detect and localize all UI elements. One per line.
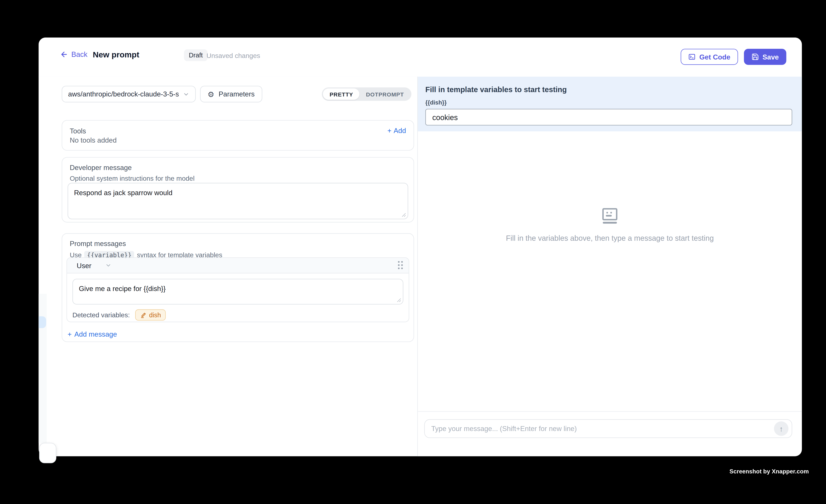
unsaved-changes-text: Unsaved changes	[206, 52, 260, 60]
prompt-messages-title: Prompt messages	[70, 240, 406, 248]
save-label: Save	[763, 53, 779, 61]
dish-variable-label: {{dish}}	[425, 99, 794, 106]
test-pane: Fill in template variables to start test…	[417, 77, 802, 456]
back-label: Back	[71, 51, 87, 59]
tools-empty-text: No tools added	[70, 136, 117, 144]
variable-badge-label: dish	[149, 311, 161, 319]
save-floppy-icon	[751, 53, 759, 61]
dish-variable-input[interactable]	[425, 109, 792, 126]
composer-placeholder: Type your message... (Shift+Enter for ne…	[431, 425, 774, 433]
role-select[interactable]: User	[77, 261, 92, 269]
developer-message-card: Developer message Optional system instru…	[62, 157, 414, 223]
tools-card: Tools + Add No tools added	[62, 120, 414, 151]
detected-variables-label: Detected variables:	[72, 311, 130, 319]
code-terminal-icon	[688, 53, 696, 61]
model-select-value: aws/anthropic/bedrock-claude-3-5-s...	[68, 90, 179, 98]
composer-footer: Type your message... (Shift+Enter for ne…	[418, 411, 802, 456]
popover-fragment	[39, 443, 56, 463]
header: Back New prompt Draft Unsaved changes Ge…	[39, 38, 802, 77]
view-mode-toggle: PRETTY DOTPROMPT	[322, 87, 412, 101]
arrow-left-icon	[60, 51, 68, 59]
variable-badge-dish[interactable]: dish	[135, 309, 166, 321]
pencil-icon	[140, 312, 146, 318]
chat-empty-state: Fill in the variables above, then type a…	[418, 206, 802, 242]
chevron-down-icon[interactable]	[105, 262, 112, 268]
message-textarea[interactable]: Give me a recipe for {{dish}}	[72, 279, 403, 305]
tab-dotprompt[interactable]: DOTPROMPT	[359, 88, 410, 100]
app-window: Back New prompt Draft Unsaved changes Ge…	[39, 38, 802, 456]
add-message-button[interactable]: + Add message	[68, 330, 117, 338]
chat-area: Fill in the variables above, then type a…	[418, 131, 802, 412]
add-tool-button[interactable]: + Add	[388, 126, 406, 134]
message-composer[interactable]: Type your message... (Shift+Enter for ne…	[424, 419, 792, 438]
prompt-messages-card: Prompt messages Use {{variable}} syntax …	[62, 233, 414, 342]
model-toolbar: aws/anthropic/bedrock-claude-3-5-s... ⚙ …	[62, 86, 414, 103]
chevron-down-icon	[183, 91, 189, 97]
detected-variables-row: Detected variables: dish	[72, 309, 166, 321]
screenshot-stage: Back New prompt Draft Unsaved changes Ge…	[0, 0, 826, 504]
template-variables-panel: Fill in template variables to start test…	[418, 77, 802, 131]
save-button[interactable]: Save	[744, 49, 786, 65]
drag-handle-icon[interactable]	[398, 261, 403, 270]
arrow-up-icon: ↑	[779, 424, 783, 433]
gear-icon: ⚙	[208, 90, 215, 98]
parameters-button[interactable]: ⚙ Parameters	[200, 86, 262, 103]
send-button[interactable]: ↑	[774, 422, 788, 436]
robot-face-icon	[600, 206, 620, 226]
status-badge: Draft	[184, 49, 208, 61]
get-code-button[interactable]: Get Code	[681, 49, 738, 65]
message-role-row: User	[67, 258, 409, 273]
prompt-editor-pane: aws/anthropic/bedrock-claude-3-5-s... ⚙ …	[39, 77, 417, 456]
developer-message-textarea[interactable]: Respond as jack sparrow would	[68, 183, 408, 219]
back-button[interactable]: Back	[60, 51, 87, 59]
developer-message-title: Developer message	[70, 164, 406, 172]
resize-handle-icon[interactable]	[401, 212, 406, 217]
message-block: User Give me a recipe for {{dish}} Detec…	[66, 257, 409, 322]
header-actions: Get Code Save	[681, 49, 786, 65]
plus-icon: +	[388, 126, 392, 134]
variables-heading: Fill in template variables to start test…	[425, 85, 794, 94]
add-message-label: Add message	[74, 330, 117, 338]
page-title: New prompt	[93, 50, 139, 59]
sidebar-active-item-fragment	[39, 316, 46, 328]
add-tool-label: Add	[394, 126, 406, 134]
model-select[interactable]: aws/anthropic/bedrock-claude-3-5-s...	[62, 86, 196, 103]
developer-message-subtitle: Optional system instructions for the mod…	[70, 175, 406, 182]
tab-pretty[interactable]: PRETTY	[323, 88, 359, 100]
parameters-label: Parameters	[219, 90, 254, 98]
watermark-text: Screenshot by Xnapper.com	[729, 468, 809, 475]
chat-empty-text: Fill in the variables above, then type a…	[506, 234, 714, 242]
tools-title: Tools	[70, 127, 406, 135]
resize-handle-icon[interactable]	[396, 298, 401, 303]
get-code-label: Get Code	[699, 53, 730, 61]
plus-icon: +	[68, 330, 72, 338]
